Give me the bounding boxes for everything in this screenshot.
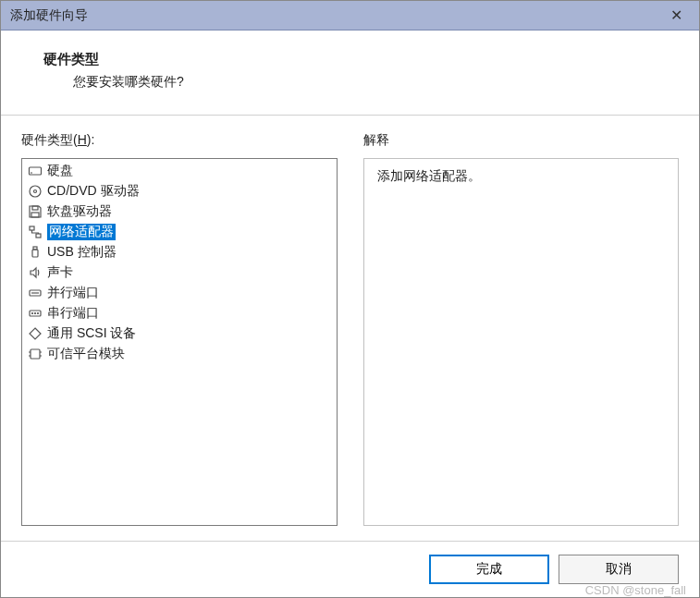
close-icon: ✕	[670, 6, 682, 24]
cancel-button[interactable]: 取消	[559, 555, 679, 584]
content-area: 硬件类型(H): 硬盘CD/DVD 驱动器软盘驱动器网络适配器USB 控制器声卡…	[1, 116, 699, 541]
hardware-type-label: 硬件类型(H):	[21, 132, 338, 149]
tpm-icon	[27, 346, 43, 362]
list-item[interactable]: 软盘驱动器	[23, 201, 336, 222]
list-item-label: 软盘驱动器	[47, 203, 112, 220]
list-item[interactable]: 串行端口	[23, 303, 336, 323]
footer: 完成 取消	[1, 541, 699, 597]
list-item-label: 并行端口	[47, 285, 99, 301]
hard-disk-icon	[27, 163, 43, 179]
list-item[interactable]: 并行端口	[23, 283, 336, 303]
svg-point-3	[34, 190, 37, 193]
list-item-label: 硬盘	[47, 163, 73, 179]
list-item[interactable]: 硬盘	[23, 161, 336, 181]
scsi-icon	[27, 325, 43, 342]
svg-rect-9	[33, 247, 37, 250]
list-item-label: 可信平台模块	[47, 346, 125, 362]
hardware-listbox[interactable]: 硬盘CD/DVD 驱动器软盘驱动器网络适配器USB 控制器声卡并行端口串行端口通…	[21, 158, 338, 526]
svg-point-13	[32, 313, 33, 314]
network-icon	[27, 224, 43, 240]
floppy-icon	[27, 203, 43, 220]
list-item[interactable]: 网络适配器	[23, 222, 336, 242]
svg-point-2	[30, 186, 41, 197]
cd-dvd-icon	[27, 183, 43, 200]
list-item-label: USB 控制器	[47, 244, 117, 261]
svg-rect-8	[32, 250, 38, 257]
header-subtitle: 您要安装哪类硬件?	[43, 74, 669, 91]
svg-rect-6	[30, 226, 34, 230]
wizard-window: 添加硬件向导 ✕ 硬件类型 您要安装哪类硬件? 硬件类型(H): 硬盘CD/DV…	[0, 0, 700, 598]
svg-rect-0	[30, 167, 42, 175]
list-item-label: 通用 SCSI 设备	[47, 325, 136, 342]
close-button[interactable]: ✕	[653, 1, 699, 31]
list-item-label: 声卡	[47, 264, 73, 281]
list-item-label: 串行端口	[47, 305, 99, 322]
finish-button[interactable]: 完成	[429, 555, 549, 584]
svg-point-15	[38, 313, 39, 314]
list-item[interactable]: USB 控制器	[23, 242, 336, 262]
svg-rect-5	[31, 213, 39, 217]
description-box: 添加网络适配器。	[363, 158, 680, 526]
wizard-header: 硬件类型 您要安装哪类硬件?	[1, 31, 699, 116]
list-item[interactable]: 可信平台模块	[23, 344, 336, 364]
right-panel: 解释 添加网络适配器。	[363, 132, 680, 526]
window-title: 添加硬件向导	[10, 7, 653, 24]
svg-rect-7	[36, 234, 41, 238]
svg-rect-4	[32, 206, 38, 210]
sound-icon	[27, 264, 43, 281]
serial-icon	[27, 305, 43, 322]
list-item-label: CD/DVD 驱动器	[47, 183, 140, 200]
list-item-label: 网络适配器	[47, 224, 116, 240]
left-panel: 硬件类型(H): 硬盘CD/DVD 驱动器软盘驱动器网络适配器USB 控制器声卡…	[21, 132, 338, 526]
list-item[interactable]: CD/DVD 驱动器	[23, 181, 336, 201]
description-text: 添加网络适配器。	[377, 168, 481, 183]
description-label: 解释	[363, 132, 680, 149]
parallel-icon	[27, 285, 43, 301]
svg-point-14	[35, 313, 36, 314]
list-item[interactable]: 声卡	[23, 262, 336, 283]
titlebar: 添加硬件向导 ✕	[1, 1, 699, 31]
list-item[interactable]: 通用 SCSI 设备	[23, 323, 336, 344]
usb-icon	[27, 244, 43, 261]
header-title: 硬件类型	[43, 51, 669, 68]
svg-rect-16	[31, 349, 40, 359]
